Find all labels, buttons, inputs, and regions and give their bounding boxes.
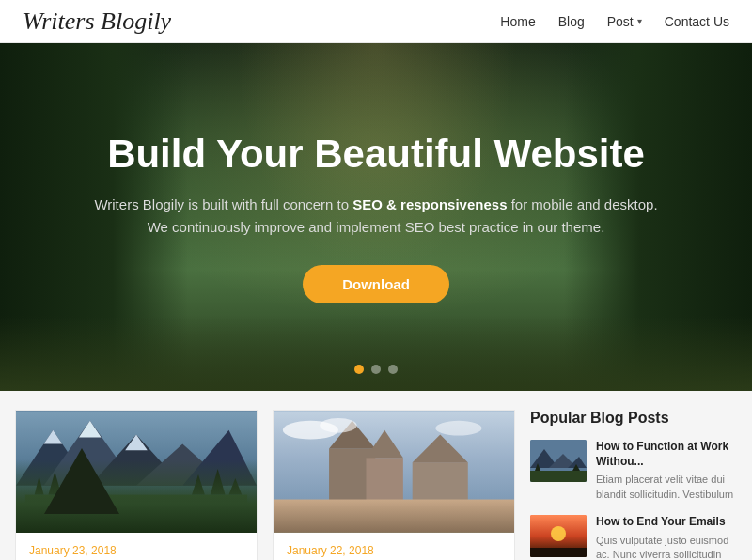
download-button[interactable]: Download	[303, 265, 449, 303]
svg-marker-10	[35, 476, 44, 495]
popular-post-title-2[interactable]: How to End Your Emails	[596, 515, 737, 530]
popular-thumb-svg-1	[530, 440, 587, 482]
popular-post-excerpt-2: Quis vulputate justo euismod ac. Nunc vi…	[596, 534, 737, 560]
hero-content: Build Your Beautiful Website Writers Blo…	[38, 131, 713, 303]
nav-post[interactable]: Post	[607, 14, 634, 29]
post-image-2	[274, 411, 514, 533]
svg-marker-14	[211, 469, 226, 495]
posts-area: January 23, 2018 Nothing Beats New York …	[15, 410, 515, 560]
hero-carousel-dots	[354, 365, 398, 374]
post-body-1: January 23, 2018 Nothing Beats New York …	[16, 533, 257, 560]
popular-post-title-1[interactable]: How to Function at Work Withou...	[596, 440, 737, 469]
hero-subtitle-line2: We continuously improve and implement SE…	[148, 219, 605, 235]
chevron-down-icon: ▾	[637, 16, 642, 26]
svg-rect-36	[530, 548, 587, 557]
nav-post-dropdown[interactable]: Post ▾	[607, 14, 642, 29]
hero-title: Build Your Beautiful Website	[94, 131, 657, 178]
hero-subtitle-bold: SEO & responsiveness	[352, 196, 507, 212]
svg-marker-13	[192, 474, 205, 495]
post-image-svg-1	[16, 411, 257, 533]
hero-ground	[0, 316, 752, 391]
svg-point-26	[435, 421, 481, 436]
site-logo[interactable]: Writers Blogily	[23, 8, 171, 36]
sidebar: Popular Blog Posts How to Function at Wo…	[530, 410, 737, 560]
popular-thumb-svg-2	[530, 515, 587, 557]
svg-point-25	[320, 418, 356, 433]
popular-info-2: How to End Your Emails Quis vulputate ju…	[596, 515, 737, 560]
popular-thumb-1	[530, 440, 587, 482]
popular-post-2: How to End Your Emails Quis vulputate ju…	[530, 515, 737, 560]
navbar: Writers Blogily Home Blog Post ▾ Contact…	[0, 0, 752, 43]
main-content: January 23, 2018 Nothing Beats New York …	[0, 391, 752, 560]
svg-rect-31	[530, 471, 587, 482]
svg-rect-0	[16, 412, 257, 532]
svg-marker-12	[67, 478, 80, 495]
svg-rect-23	[274, 500, 514, 532]
popular-post-1: How to Function at Work Withou... Etiam …	[530, 440, 737, 502]
hero-subtitle-text2: for mobile and desktop.	[507, 196, 657, 212]
nav-blog[interactable]: Blog	[558, 14, 585, 29]
post-date-1: January 23, 2018	[29, 544, 243, 557]
post-date-2: January 22, 2018	[287, 544, 501, 557]
dot-2[interactable]	[371, 365, 381, 374]
post-card-1: January 23, 2018 Nothing Beats New York …	[15, 410, 258, 560]
dot-1[interactable]	[354, 365, 364, 374]
svg-marker-11	[48, 472, 61, 495]
dot-3[interactable]	[388, 365, 398, 374]
popular-thumb-2	[530, 515, 587, 557]
svg-marker-15	[228, 478, 242, 495]
svg-rect-9	[25, 495, 247, 532]
nav-links: Home Blog Post ▾ Contact Us	[500, 13, 729, 30]
nav-contact[interactable]: Contact Us	[665, 14, 729, 29]
svg-point-35	[551, 526, 566, 541]
nav-home[interactable]: Home	[500, 14, 535, 29]
popular-info-1: How to Function at Work Withou... Etiam …	[596, 440, 737, 502]
post-image-1	[16, 411, 257, 533]
popular-post-excerpt-1: Etiam placerat velit vitae dui blandit s…	[596, 473, 737, 502]
post-card-2: January 22, 2018 Modest Dressing, as a V…	[273, 410, 515, 560]
sidebar-title: Popular Blog Posts	[530, 410, 737, 427]
post-image-svg-2	[274, 411, 514, 533]
hero-section: Build Your Beautiful Website Writers Blo…	[0, 43, 752, 391]
hero-subtitle: Writers Blogily is built with full conce…	[94, 194, 657, 239]
post-body-2: January 22, 2018 Modest Dressing, as a V…	[274, 533, 514, 560]
hero-subtitle-text1: Writers Blogily is built with full conce…	[94, 196, 352, 212]
